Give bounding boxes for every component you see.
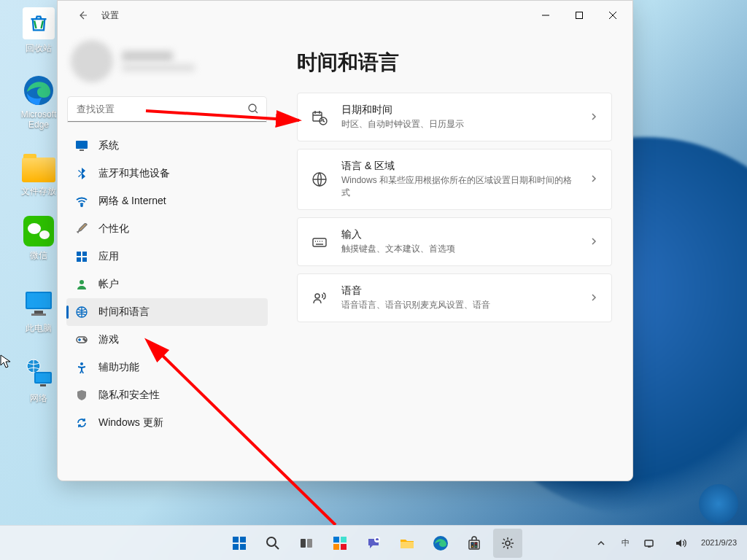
nav-accounts[interactable]: 帐户 [66,271,268,298]
maximize-button[interactable] [562,1,596,30]
taskbar[interactable]: 中 2021/9/23 [0,525,747,560]
chevron-right-icon [589,111,598,124]
card-speech[interactable]: 语音语音语言、语音识别麦克风设置、语音 [297,273,612,322]
edge-icon [23,74,55,106]
svg-rect-46 [471,542,473,545]
nav-label: 系统 [98,139,119,152]
svg-rect-47 [475,542,477,545]
card-typing[interactable]: 输入触摸键盘、文本建议、首选项 [297,217,612,266]
svg-rect-36 [301,539,306,548]
nav-label: 时间和语言 [98,306,150,319]
svg-rect-3 [34,311,43,314]
svg-rect-32 [240,537,246,542]
svg-rect-4 [31,314,46,316]
titlebar[interactable]: 设置 [58,1,632,30]
ime-indicator[interactable]: 中 [617,537,634,548]
avatar [71,40,113,82]
nav-label: 蓝牙和其他设备 [98,167,170,180]
svg-rect-27 [313,238,326,246]
chat-button[interactable] [359,529,388,558]
desktop-icon-label: 微信 [30,250,47,260]
nav-label: 帐户 [98,278,119,291]
svg-rect-33 [233,544,239,550]
card-date-time[interactable]: 日期和时间时区、自动时钟设置、日历显示 [297,93,612,141]
watermark-badge [699,484,738,524]
card-title: 语言 & 区域 [341,160,576,173]
settings-button[interactable] [493,529,522,558]
store-button[interactable] [460,529,489,558]
card-title: 语音 [341,284,576,298]
nav-gaming[interactable]: 游戏 [66,326,268,354]
network-icon [23,357,55,389]
nav-network[interactable]: 网络 & Internet [66,187,268,215]
monitor-icon [23,287,55,319]
update-icon [75,416,88,429]
close-button[interactable] [596,1,630,30]
accessibility-icon [75,361,88,374]
widgets-button[interactable] [325,529,355,558]
svg-rect-41 [341,544,347,550]
sidebar: 系统 蓝牙和其他设备 网络 & Internet 个性化 应用 帐户 时间和语言… [58,30,276,481]
start-button[interactable] [225,529,254,558]
chevron-right-icon [589,173,598,186]
svg-rect-9 [576,12,583,19]
shield-icon [75,389,88,402]
svg-rect-45 [469,540,479,549]
nav-personalization[interactable]: 个性化 [66,215,268,243]
search-box[interactable] [68,97,266,122]
card-language-region[interactable]: 语言 & 区域Windows 和某些应用根据你所在的区域设置日期和时间的格式 [297,149,612,210]
window-title: 设置 [101,9,119,22]
minimize-button[interactable] [529,1,562,30]
chevron-right-icon [589,236,598,249]
desktop-icon-label: Microsoft Edge [21,109,57,130]
nav-label: 应用 [98,250,119,263]
chevron-right-icon [589,292,598,305]
svg-rect-7 [36,373,50,382]
card-title: 输入 [341,228,576,241]
network-tray-icon[interactable] [635,529,665,558]
svg-point-10 [249,104,256,112]
search-input[interactable] [68,97,266,122]
card-subtitle: Windows 和某些应用根据你所在的区域设置日期和时间的格式 [341,174,576,199]
nav-apps[interactable]: 应用 [66,243,268,271]
task-view-button[interactable] [292,529,321,558]
recycle-bin-icon [23,7,55,39]
nav-accessibility[interactable]: 辅助功能 [66,354,268,381]
back-button[interactable] [71,4,94,27]
svg-rect-31 [233,537,239,542]
svg-rect-51 [645,540,653,546]
clock-calendar-icon [311,109,328,126]
svg-rect-43 [400,542,414,548]
window-controls [529,1,630,30]
nav-label: 个性化 [98,222,129,236]
account-name [122,51,173,61]
volume-tray-icon[interactable] [666,529,695,558]
keyboard-icon [311,233,328,251]
nav-bluetooth[interactable]: 蓝牙和其他设备 [66,160,268,187]
svg-point-50 [506,541,510,545]
tray-clock[interactable]: 2021/9/23 [697,538,741,548]
system-tray[interactable]: 中 2021/9/23 [587,529,747,558]
search-icon [247,103,259,117]
svg-rect-37 [307,539,312,548]
svg-point-13 [81,205,82,206]
explorer-button[interactable] [392,529,422,558]
nav-privacy[interactable]: 隐私和安全性 [66,381,268,409]
edge-button[interactable] [426,529,455,558]
nav-system[interactable]: 系统 [66,132,268,160]
apps-icon [75,250,88,263]
settings-window: 设置 系统 蓝牙和其他设备 [57,0,633,481]
svg-rect-17 [82,257,87,262]
svg-rect-34 [240,544,246,550]
wifi-icon [75,195,88,208]
account-header[interactable] [66,34,268,94]
account-email [122,64,195,71]
nav-time-language[interactable]: 时间和语言 [66,298,268,326]
svg-rect-11 [76,141,88,149]
nav-windows-update[interactable]: Windows 更新 [66,409,268,437]
page-heading: 时间和语言 [297,49,612,77]
card-subtitle: 语音语言、语音识别麦克风设置、语音 [341,299,576,311]
tray-chevron-up-icon[interactable] [587,529,616,558]
svg-point-23 [80,362,83,365]
search-button[interactable] [258,529,287,558]
